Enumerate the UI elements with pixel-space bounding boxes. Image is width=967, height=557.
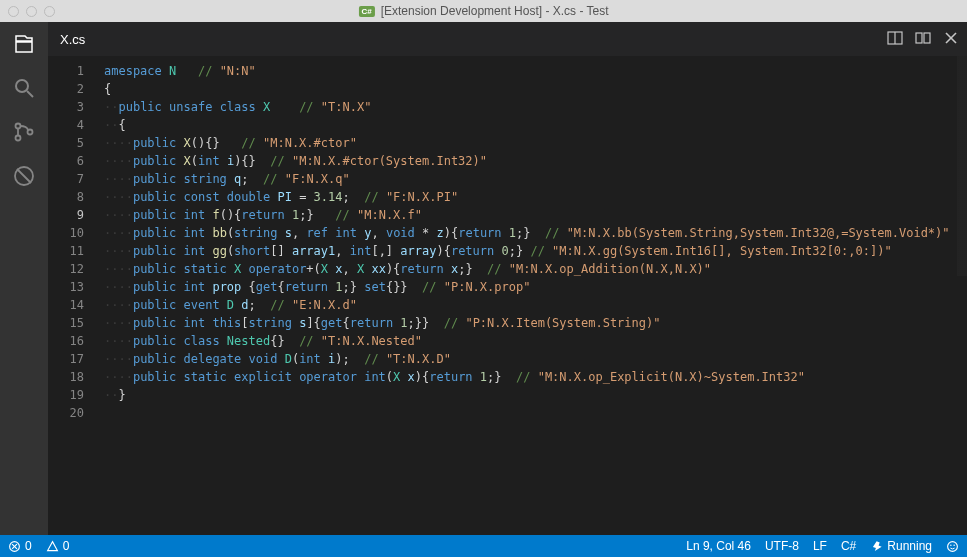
code-line[interactable]: ····public int this[string s]{get{return… — [104, 314, 967, 332]
line-number: 15 — [48, 314, 84, 332]
status-encoding[interactable]: UTF-8 — [765, 539, 799, 553]
code-content[interactable]: amespace N // "N:N"{··public unsafe clas… — [98, 56, 967, 535]
csharp-file-icon: C# — [358, 6, 374, 17]
code-line[interactable]: ····public event D d; // "E:N.X.d" — [104, 296, 967, 314]
code-line[interactable]: ····public int gg(short[] array1, int[,]… — [104, 242, 967, 260]
code-line[interactable]: amespace N // "N:N" — [104, 62, 967, 80]
window-title-text: [Extension Development Host] - X.cs - Te… — [381, 4, 609, 18]
svg-rect-9 — [916, 33, 922, 43]
svg-rect-10 — [924, 33, 930, 43]
traffic-lights — [8, 6, 55, 17]
line-number: 18 — [48, 368, 84, 386]
window-titlebar: C# [Extension Development Host] - X.cs -… — [0, 0, 967, 22]
code-line[interactable]: ····public static explicit operator int(… — [104, 368, 967, 386]
search-icon[interactable] — [12, 76, 36, 104]
line-number: 2 — [48, 80, 84, 98]
code-line[interactable]: ····public class Nested{} // "T:N.X.Nest… — [104, 332, 967, 350]
svg-point-4 — [28, 130, 33, 135]
line-number: 3 — [48, 98, 84, 116]
svg-line-1 — [27, 91, 33, 97]
code-line[interactable]: ··public unsafe class X // "T:N.X" — [104, 98, 967, 116]
code-line[interactable]: ····public delegate void D(int i); // "T… — [104, 350, 967, 368]
code-line[interactable]: ····public static X operator+(X x, X xx)… — [104, 260, 967, 278]
code-line[interactable]: ····public X(int i){} // "M:N.X.#ctor(Sy… — [104, 152, 967, 170]
line-number: 11 — [48, 242, 84, 260]
code-line[interactable]: ··{ — [104, 116, 967, 134]
status-cursor[interactable]: Ln 9, Col 46 — [686, 539, 751, 553]
source-control-icon[interactable] — [12, 120, 36, 148]
code-line[interactable]: ····public X(){} // "M:N.X.#ctor" — [104, 134, 967, 152]
svg-point-18 — [953, 544, 954, 545]
svg-point-2 — [16, 124, 21, 129]
explorer-icon[interactable] — [12, 32, 36, 60]
status-warnings-count: 0 — [63, 539, 70, 553]
debug-icon[interactable] — [12, 164, 36, 192]
code-line[interactable]: ····public string q; // "F:N.X.q" — [104, 170, 967, 188]
line-number-gutter: 1234567891011121314151617181920 — [48, 56, 98, 535]
code-line[interactable]: ··} — [104, 386, 967, 404]
svg-point-17 — [950, 544, 951, 545]
svg-point-0 — [16, 80, 28, 92]
code-line[interactable] — [104, 404, 967, 422]
status-eol[interactable]: LF — [813, 539, 827, 553]
feedback-icon[interactable] — [946, 540, 959, 553]
code-line[interactable]: { — [104, 80, 967, 98]
line-number: 4 — [48, 116, 84, 134]
tab-active[interactable]: X.cs — [60, 32, 85, 47]
minimize-window-icon[interactable] — [26, 6, 37, 17]
line-number: 7 — [48, 170, 84, 188]
status-errors[interactable]: 0 — [8, 539, 32, 553]
code-line[interactable]: ····public int bb(string s, ref int y, v… — [104, 224, 967, 242]
split-editor-icon[interactable] — [887, 30, 903, 49]
code-line[interactable]: ····public int prop {get{return 1;} set{… — [104, 278, 967, 296]
activity-bar — [0, 22, 48, 535]
status-warnings[interactable]: 0 — [46, 539, 70, 553]
maximize-window-icon[interactable] — [44, 6, 55, 17]
running-icon — [870, 540, 883, 553]
svg-point-3 — [16, 136, 21, 141]
close-window-icon[interactable] — [8, 6, 19, 17]
line-number: 12 — [48, 260, 84, 278]
compare-icon[interactable] — [915, 30, 931, 49]
line-number: 14 — [48, 296, 84, 314]
line-number: 13 — [48, 278, 84, 296]
line-number: 9 — [48, 206, 84, 224]
line-number: 5 — [48, 134, 84, 152]
line-number: 8 — [48, 188, 84, 206]
minimap[interactable] — [957, 56, 967, 276]
svg-line-6 — [17, 169, 31, 183]
window-title: C# [Extension Development Host] - X.cs -… — [358, 4, 608, 18]
line-number: 19 — [48, 386, 84, 404]
line-number: 16 — [48, 332, 84, 350]
editor-tabs: X.cs — [48, 22, 967, 56]
line-number: 20 — [48, 404, 84, 422]
status-running[interactable]: Running — [870, 539, 932, 553]
line-number: 6 — [48, 152, 84, 170]
close-tab-icon[interactable] — [943, 30, 959, 49]
status-language[interactable]: C# — [841, 539, 856, 553]
code-line[interactable]: ····public int f(){return 1;} // "M:N.X.… — [104, 206, 967, 224]
code-line[interactable]: ····public const double PI = 3.14; // "F… — [104, 188, 967, 206]
status-bar: 0 0 Ln 9, Col 46 UTF-8 LF C# Running — [0, 535, 967, 557]
line-number: 1 — [48, 62, 84, 80]
svg-point-16 — [948, 541, 958, 551]
line-number: 17 — [48, 350, 84, 368]
status-running-label: Running — [887, 539, 932, 553]
line-number: 10 — [48, 224, 84, 242]
status-errors-count: 0 — [25, 539, 32, 553]
code-editor[interactable]: 1234567891011121314151617181920 amespace… — [48, 56, 967, 535]
